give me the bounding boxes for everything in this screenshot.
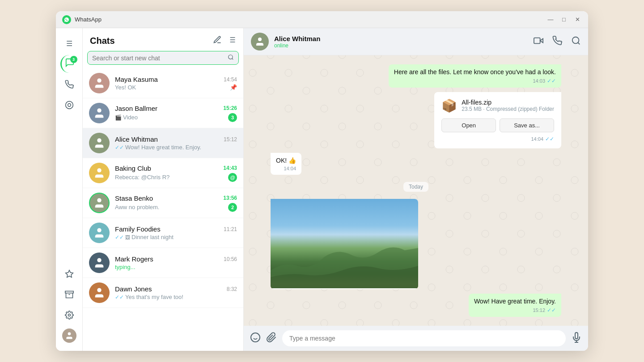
chat-header-info: Alice Whitman online bbox=[274, 35, 528, 49]
search-input[interactable] bbox=[92, 55, 228, 62]
attach-button[interactable] bbox=[266, 332, 277, 345]
sidebar-avatar-icon[interactable] bbox=[60, 327, 78, 345]
msg-tick-1: ✓✓ bbox=[547, 78, 556, 84]
avatar-mark bbox=[89, 253, 110, 273]
chats-badge: 3 bbox=[70, 56, 77, 63]
avatar-family bbox=[89, 223, 110, 243]
svg-marker-24 bbox=[540, 38, 543, 42]
chat-name-mark: Mark Rogers bbox=[115, 255, 153, 263]
svg-marker-2 bbox=[65, 270, 73, 278]
msg-tick-2: ✓✓ bbox=[545, 136, 554, 142]
avatar-stasa bbox=[89, 193, 110, 213]
whatsapp-logo bbox=[62, 15, 71, 24]
chat-header-status: online bbox=[274, 42, 528, 49]
chat-time-mark: 10:56 bbox=[224, 256, 237, 262]
chat-item-dawn[interactable]: Dawn Jones 8:32 ✓✓ Yes that's my fave to… bbox=[83, 278, 243, 308]
sidebar-settings-icon[interactable] bbox=[60, 306, 78, 324]
chat-item-baking[interactable]: Baking Club 14:43 Rebecca: @Chris R? @ bbox=[83, 158, 243, 188]
chat-header-avatar[interactable] bbox=[251, 33, 269, 51]
chat-list-title: Chats bbox=[90, 36, 115, 46]
chat-item-jason[interactable]: Jason Ballmer 15:26 🎬 Video 3 bbox=[83, 98, 243, 128]
avatar-alice bbox=[89, 133, 110, 153]
video-call-button[interactable] bbox=[534, 36, 543, 48]
avatar-dawn bbox=[89, 282, 110, 303]
avatar-baking bbox=[89, 163, 110, 183]
new-chat-button[interactable] bbox=[213, 35, 222, 46]
chat-items: Maya Kasuma 14:54 Yes! OK 📌 bbox=[83, 68, 243, 351]
window-controls: — □ ✕ bbox=[546, 15, 582, 24]
file-size: 23.5 MB · Compressed (zipped) Folder bbox=[462, 106, 554, 112]
chat-item-stasa[interactable]: Stasa Benko 13:56 Aww no problem. 2 bbox=[83, 188, 243, 218]
photo-image bbox=[271, 199, 418, 288]
chat-time-dawn: 8:32 bbox=[227, 286, 237, 292]
messages-area: Here are all the files. Let me know once… bbox=[244, 55, 588, 326]
maximize-button[interactable]: □ bbox=[559, 15, 568, 24]
voice-call-button[interactable] bbox=[552, 36, 562, 48]
msg-time-1: 14:03 bbox=[533, 78, 545, 84]
sidebar-starred-icon[interactable] bbox=[60, 265, 78, 283]
pin-icon-maya: 📌 bbox=[230, 84, 237, 91]
sidebar-archive-icon[interactable] bbox=[60, 286, 78, 303]
chat-time-baking: 14:43 bbox=[223, 165, 237, 171]
svg-point-17 bbox=[97, 139, 101, 143]
sidebar-calls-icon[interactable] bbox=[60, 76, 78, 93]
svg-point-16 bbox=[97, 109, 101, 113]
msg-meta-1: 14:03 ✓✓ bbox=[394, 78, 556, 84]
chat-time-family: 11:21 bbox=[224, 226, 237, 232]
minimize-button[interactable]: — bbox=[546, 15, 555, 24]
chat-time-jason: 15:26 bbox=[223, 105, 237, 111]
msg-text-1: Here are all the files. Let me know once… bbox=[394, 68, 556, 77]
search-chat-button[interactable] bbox=[571, 36, 581, 48]
svg-line-14 bbox=[232, 59, 233, 60]
chat-name-alice: Alice Whitman bbox=[115, 135, 158, 143]
close-button[interactable]: ✕ bbox=[573, 15, 582, 24]
chat-name-jason: Jason Ballmer bbox=[115, 105, 157, 112]
chat-info-baking: Baking Club 14:43 Rebecca: @Chris R? @ bbox=[115, 164, 237, 182]
svg-point-6 bbox=[68, 333, 71, 336]
sidebar-chats-icon[interactable]: 3 bbox=[60, 55, 78, 73]
emoji-button[interactable] bbox=[250, 332, 261, 345]
file-details: All-files.zip 23.5 MB · Compressed (zipp… bbox=[462, 99, 554, 112]
svg-rect-3 bbox=[65, 291, 73, 293]
chat-item-maya[interactable]: Maya Kasuma 14:54 Yes! OK 📌 bbox=[83, 68, 243, 98]
svg-point-1 bbox=[68, 104, 71, 107]
svg-point-22 bbox=[97, 288, 101, 292]
open-file-button[interactable]: Open bbox=[441, 118, 496, 132]
svg-point-0 bbox=[65, 101, 73, 109]
unread-badge-stasa: 2 bbox=[228, 203, 237, 212]
chat-header-name: Alice Whitman bbox=[274, 35, 528, 42]
svg-point-26 bbox=[572, 37, 579, 43]
chat-name-family: Family Foodies bbox=[115, 225, 161, 233]
msg-time-3: 14:04 bbox=[284, 166, 296, 171]
chat-name-baking: Baking Club bbox=[115, 164, 151, 172]
chat-item-family[interactable]: Family Foodies 11:21 ✓✓ 🖼 Dinner last ni… bbox=[83, 218, 243, 248]
svg-point-21 bbox=[97, 258, 101, 262]
chat-name-stasa: Stasa Benko bbox=[115, 194, 153, 202]
title-bar: WhatsApp — □ ✕ bbox=[56, 11, 588, 28]
chat-list-actions bbox=[213, 35, 236, 46]
svg-point-19 bbox=[97, 198, 101, 202]
sidebar-menu-icon[interactable]: ☰ bbox=[60, 34, 78, 52]
chat-item-mark[interactable]: Mark Rogers 10:56 typing... bbox=[83, 248, 243, 278]
mic-button[interactable] bbox=[571, 332, 582, 345]
chat-area: Alice Whitman online bbox=[244, 28, 588, 351]
unread-badge-jason: 3 bbox=[228, 113, 237, 122]
filter-button[interactable] bbox=[227, 35, 236, 46]
save-file-button[interactable]: Save as... bbox=[500, 118, 554, 132]
chat-time-stasa: 13:56 bbox=[223, 195, 237, 201]
message-input[interactable] bbox=[282, 330, 566, 346]
msg-text-3: OK! 👍 bbox=[276, 156, 296, 165]
message-5: Wow! Have great time. Enjoy. 15:12 ✓✓ bbox=[469, 294, 561, 317]
svg-point-15 bbox=[97, 79, 101, 83]
svg-line-27 bbox=[578, 42, 580, 44]
chat-info-family: Family Foodies 11:21 ✓✓ 🖼 Dinner last ni… bbox=[115, 225, 237, 240]
msg-meta-2: 14:04 ✓✓ bbox=[441, 136, 554, 142]
message-3: OK! 👍 14:04 bbox=[271, 153, 301, 175]
svg-point-13 bbox=[229, 55, 233, 59]
chat-preview-dawn: ✓✓ Yes that's my fave too! bbox=[115, 294, 183, 300]
sidebar-communities-icon[interactable] bbox=[60, 96, 78, 114]
photo-caption: So beautiful here! 15:06 ❤️ bbox=[271, 288, 418, 289]
search-icon bbox=[228, 54, 234, 62]
file-info: 📦 All-files.zip 23.5 MB · Compressed (zi… bbox=[441, 98, 554, 113]
chat-item-alice[interactable]: Alice Whitman 15:12 ✓✓ Wow! Have great t… bbox=[83, 128, 243, 158]
